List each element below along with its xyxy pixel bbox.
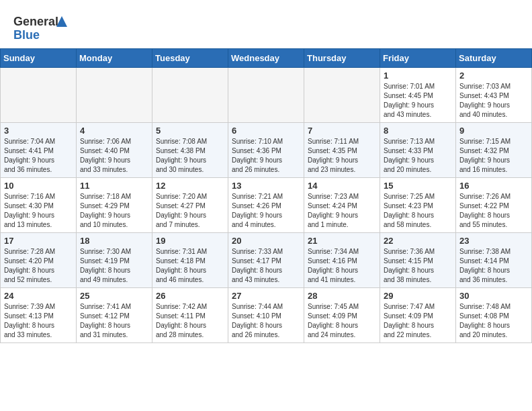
calendar-cell: 18Sunrise: 7:30 AM Sunset: 4:19 PM Dayli… [77,233,152,288]
calendar-cell: 27Sunrise: 7:44 AM Sunset: 4:10 PM Dayli… [228,288,304,343]
day-number: 17 [4,236,73,246]
day-info: Sunrise: 7:25 AM Sunset: 4:23 PM Dayligh… [384,192,452,230]
calendar-cell [152,68,228,123]
calendar-week-row: 24Sunrise: 7:39 AM Sunset: 4:13 PM Dayli… [1,288,532,343]
day-info: Sunrise: 7:47 AM Sunset: 4:09 PM Dayligh… [384,302,452,340]
day-info: Sunrise: 7:10 AM Sunset: 4:36 PM Dayligh… [232,137,300,175]
calendar-week-row: 3Sunrise: 7:04 AM Sunset: 4:41 PM Daylig… [1,123,532,178]
calendar-cell: 21Sunrise: 7:34 AM Sunset: 4:16 PM Dayli… [304,233,380,288]
calendar-week-row: 1Sunrise: 7:01 AM Sunset: 4:45 PM Daylig… [1,68,532,123]
calendar-cell: 25Sunrise: 7:41 AM Sunset: 4:12 PM Dayli… [77,288,152,343]
day-number: 13 [232,181,300,191]
calendar-cell: 28Sunrise: 7:45 AM Sunset: 4:09 PM Dayli… [304,288,380,343]
calendar-header-wednesday: Wednesday [228,49,304,68]
day-number: 28 [308,291,376,301]
day-number: 25 [80,291,148,301]
day-number: 21 [308,236,376,246]
day-info: Sunrise: 7:04 AM Sunset: 4:41 PM Dayligh… [4,137,73,175]
day-info: Sunrise: 7:21 AM Sunset: 4:26 PM Dayligh… [232,192,300,230]
calendar-cell: 23Sunrise: 7:38 AM Sunset: 4:14 PM Dayli… [456,233,532,288]
calendar-cell: 11Sunrise: 7:18 AM Sunset: 4:29 PM Dayli… [77,178,152,233]
day-number: 30 [459,291,528,301]
day-number: 5 [156,126,224,136]
calendar-cell: 19Sunrise: 7:31 AM Sunset: 4:18 PM Dayli… [152,233,228,288]
day-info: Sunrise: 7:26 AM Sunset: 4:22 PM Dayligh… [459,192,528,230]
day-number: 3 [4,126,73,136]
calendar-cell: 3Sunrise: 7:04 AM Sunset: 4:41 PM Daylig… [1,123,77,178]
calendar-cell: 6Sunrise: 7:10 AM Sunset: 4:36 PM Daylig… [228,123,304,178]
day-number: 4 [80,126,148,136]
calendar-table: SundayMondayTuesdayWednesdayThursdayFrid… [0,48,532,343]
day-number: 9 [459,126,528,136]
calendar-cell: 2Sunrise: 7:03 AM Sunset: 4:43 PM Daylig… [456,68,532,123]
day-number: 8 [384,126,452,136]
svg-text:Blue: Blue [13,28,40,42]
calendar-cell: 15Sunrise: 7:25 AM Sunset: 4:23 PM Dayli… [380,178,456,233]
day-info: Sunrise: 7:08 AM Sunset: 4:38 PM Dayligh… [156,137,224,175]
day-number: 22 [384,236,452,246]
day-number: 14 [308,181,376,191]
day-info: Sunrise: 7:48 AM Sunset: 4:08 PM Dayligh… [459,302,528,340]
day-number: 27 [232,291,300,301]
calendar-cell: 22Sunrise: 7:36 AM Sunset: 4:15 PM Dayli… [380,233,456,288]
calendar-cell: 16Sunrise: 7:26 AM Sunset: 4:22 PM Dayli… [456,178,532,233]
day-info: Sunrise: 7:36 AM Sunset: 4:15 PM Dayligh… [384,247,452,285]
day-number: 10 [4,181,73,191]
day-info: Sunrise: 7:03 AM Sunset: 4:43 PM Dayligh… [459,82,528,120]
calendar-cell: 30Sunrise: 7:48 AM Sunset: 4:08 PM Dayli… [456,288,532,343]
day-number: 6 [232,126,300,136]
day-number: 1 [384,71,452,81]
calendar-cell: 20Sunrise: 7:33 AM Sunset: 4:17 PM Dayli… [228,233,304,288]
day-info: Sunrise: 7:45 AM Sunset: 4:09 PM Dayligh… [308,302,376,340]
day-number: 18 [80,236,148,246]
day-number: 12 [156,181,224,191]
calendar-cell [77,68,152,123]
day-number: 19 [156,236,224,246]
day-info: Sunrise: 7:34 AM Sunset: 4:16 PM Dayligh… [308,247,376,285]
calendar-cell: 14Sunrise: 7:23 AM Sunset: 4:24 PM Dayli… [304,178,380,233]
day-info: Sunrise: 7:18 AM Sunset: 4:29 PM Dayligh… [80,192,148,230]
day-info: Sunrise: 7:38 AM Sunset: 4:14 PM Dayligh… [459,247,528,285]
calendar-header-monday: Monday [77,49,152,68]
calendar-cell: 26Sunrise: 7:42 AM Sunset: 4:11 PM Dayli… [152,288,228,343]
day-number: 20 [232,236,300,246]
day-number: 24 [4,291,73,301]
calendar-cell: 24Sunrise: 7:39 AM Sunset: 4:13 PM Dayli… [1,288,77,343]
calendar-cell: 17Sunrise: 7:28 AM Sunset: 4:20 PM Dayli… [1,233,77,288]
calendar-week-row: 10Sunrise: 7:16 AM Sunset: 4:30 PM Dayli… [1,178,532,233]
day-number: 11 [80,181,148,191]
calendar-header-sunday: Sunday [1,49,77,68]
calendar-cell: 13Sunrise: 7:21 AM Sunset: 4:26 PM Dayli… [228,178,304,233]
calendar-cell: 10Sunrise: 7:16 AM Sunset: 4:30 PM Dayli… [1,178,77,233]
calendar-cell [304,68,380,123]
day-info: Sunrise: 7:13 AM Sunset: 4:33 PM Dayligh… [384,137,452,175]
calendar-cell: 29Sunrise: 7:47 AM Sunset: 4:09 PM Dayli… [380,288,456,343]
day-info: Sunrise: 7:16 AM Sunset: 4:30 PM Dayligh… [4,192,73,230]
logo: General Blue [13,11,74,43]
day-number: 26 [156,291,224,301]
day-info: Sunrise: 7:41 AM Sunset: 4:12 PM Dayligh… [80,302,148,340]
day-number: 7 [308,126,376,136]
svg-text:General: General [13,15,58,28]
calendar-cell [1,68,77,123]
day-number: 2 [459,71,528,81]
calendar-header-row: SundayMondayTuesdayWednesdayThursdayFrid… [1,49,532,68]
calendar-cell: 5Sunrise: 7:08 AM Sunset: 4:38 PM Daylig… [152,123,228,178]
day-info: Sunrise: 7:42 AM Sunset: 4:11 PM Dayligh… [156,302,224,340]
calendar-cell [228,68,304,123]
calendar-cell: 8Sunrise: 7:13 AM Sunset: 4:33 PM Daylig… [380,123,456,178]
calendar-header-tuesday: Tuesday [152,49,228,68]
calendar-header-friday: Friday [380,49,456,68]
day-number: 23 [459,236,528,246]
day-info: Sunrise: 7:33 AM Sunset: 4:17 PM Dayligh… [232,247,300,285]
day-info: Sunrise: 7:31 AM Sunset: 4:18 PM Dayligh… [156,247,224,285]
calendar-cell: 1Sunrise: 7:01 AM Sunset: 4:45 PM Daylig… [380,68,456,123]
calendar-cell: 7Sunrise: 7:11 AM Sunset: 4:35 PM Daylig… [304,123,380,178]
day-info: Sunrise: 7:44 AM Sunset: 4:10 PM Dayligh… [232,302,300,340]
logo-svg: General Blue [13,11,74,43]
day-info: Sunrise: 7:30 AM Sunset: 4:19 PM Dayligh… [80,247,148,285]
page-header: General Blue [0,0,532,48]
day-info: Sunrise: 7:39 AM Sunset: 4:13 PM Dayligh… [4,302,73,340]
calendar-cell: 4Sunrise: 7:06 AM Sunset: 4:40 PM Daylig… [77,123,152,178]
calendar-cell: 12Sunrise: 7:20 AM Sunset: 4:27 PM Dayli… [152,178,228,233]
